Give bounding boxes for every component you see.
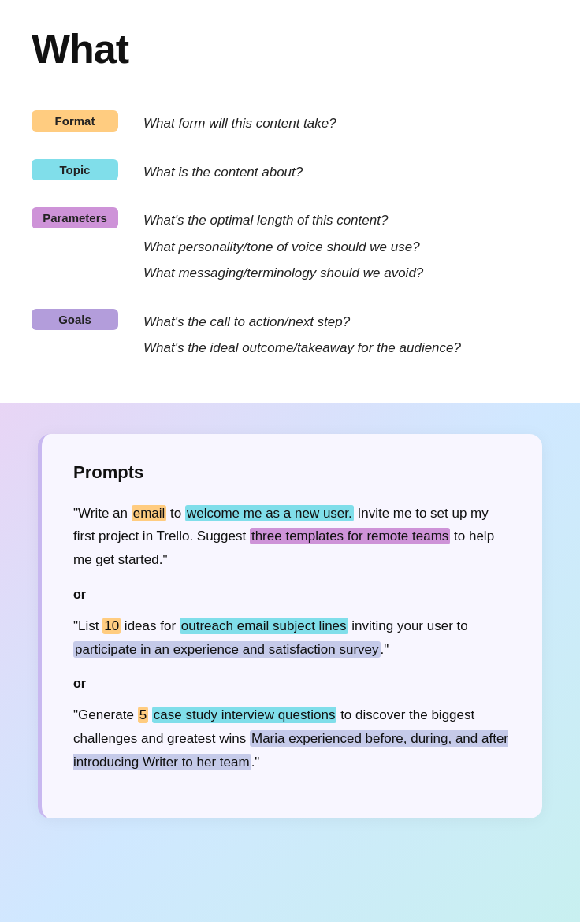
table-row: Parameters What's the optimal length of … <box>32 195 548 296</box>
prompt-text-1: "Write an email to welcome me as a new u… <box>73 502 511 572</box>
page-title: What <box>32 25 548 72</box>
or-divider-2: or <box>73 677 511 691</box>
table-row: Goals What's the call to action/next ste… <box>32 296 548 371</box>
highlight-email: email <box>132 505 167 521</box>
parameters-content: What's the optimal length of this conten… <box>143 207 423 284</box>
table-row: Topic What is the content about? <box>32 147 548 195</box>
prompt-block-1: "Write an email to welcome me as a new u… <box>73 502 511 572</box>
prompt-text-3: "Generate 5 case study interview questio… <box>73 703 511 774</box>
prompts-title: Prompts <box>73 462 511 483</box>
parameters-tag: Parameters <box>32 207 118 228</box>
bottom-section: Prompts "Write an email to welcome me as… <box>0 403 580 922</box>
parameters-desc-3: What messaging/terminology should we avo… <box>143 263 423 284</box>
or-divider-1: or <box>73 588 511 602</box>
table-row: Format What form will this content take? <box>32 98 548 147</box>
format-description: What form will this content take? <box>143 113 336 134</box>
highlight-5: 5 <box>138 707 148 723</box>
topic-tag: Topic <box>32 159 118 180</box>
prompt-block-2: "List 10 ideas for outreach email subjec… <box>73 614 511 662</box>
format-content: What form will this content take? <box>143 110 336 134</box>
prompt-text-2: "List 10 ideas for outreach email subjec… <box>73 614 511 662</box>
definition-table: Format What form will this content take?… <box>32 98 548 371</box>
prompt-block-3: "Generate 5 case study interview questio… <box>73 703 511 774</box>
highlight-outreach: outreach email subject lines <box>180 618 348 634</box>
highlight-templates: three templates for remote teams <box>250 528 450 544</box>
prompts-card: Prompts "Write an email to welcome me as… <box>38 434 542 818</box>
highlight-participate: participate in an experience and satisfa… <box>73 641 381 658</box>
top-section: What Format What form will this content … <box>0 0 580 403</box>
highlight-welcome: welcome me as a new user. <box>185 505 354 521</box>
highlight-case-study: case study interview questions <box>152 707 337 723</box>
goals-desc-1: What's the call to action/next step? <box>143 312 461 332</box>
topic-content: What is the content about? <box>143 159 303 183</box>
parameters-desc-2: What personality/tone of voice should we… <box>143 237 423 258</box>
topic-description: What is the content about? <box>143 162 303 183</box>
highlight-10: 10 <box>102 618 121 634</box>
goals-desc-2: What's the ideal outcome/takeaway for th… <box>143 338 461 358</box>
format-tag: Format <box>32 110 118 132</box>
goals-content: What's the call to action/next step? Wha… <box>143 309 461 358</box>
highlight-maria: Maria experienced before, during, and af… <box>73 730 508 770</box>
parameters-desc-1: What's the optimal length of this conten… <box>143 210 423 231</box>
goals-tag: Goals <box>32 309 118 330</box>
